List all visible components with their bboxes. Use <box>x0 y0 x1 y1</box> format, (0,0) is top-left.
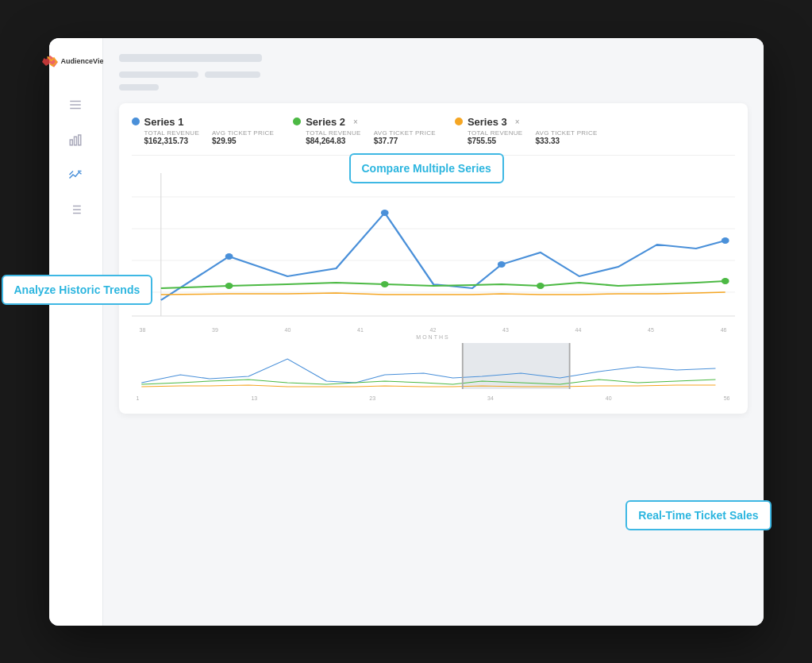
compare-callout-text: Compare Multiple Series <box>362 162 491 175</box>
mini-series-1-line <box>141 359 715 383</box>
series-3-close[interactable]: × <box>515 118 520 126</box>
main-content: Series 1 Total Revenue $162,315.73 Avg T… <box>103 38 764 626</box>
mini-x-34: 34 <box>487 395 494 401</box>
tab-row <box>119 71 748 78</box>
top-bar <box>119 54 748 91</box>
mini-chart-svg <box>132 343 735 391</box>
skeleton-tab1 <box>119 71 198 78</box>
logo-icon <box>42 54 58 70</box>
mini-series-3-line <box>141 385 715 387</box>
series-1-name: Series 1 <box>144 116 184 128</box>
series-3-header: Series 3 × <box>455 116 598 128</box>
mini-x-56: 56 <box>724 395 730 401</box>
trends-icon <box>68 168 83 182</box>
realtime-callout-text: Real-Time Ticket Sales <box>638 509 758 522</box>
skeleton-sub <box>119 84 159 91</box>
realtime-callout: Real-Time Ticket Sales <box>625 500 771 530</box>
sidebar-item-analytics[interactable] <box>67 132 83 148</box>
x-label-43: 43 <box>502 327 509 333</box>
series-2-name: Series 2 <box>306 116 345 128</box>
series-3-item: Series 3 × Total Revenue $755.55 Avg Tic… <box>455 116 598 145</box>
svg-point-24 <box>225 283 233 289</box>
x-label-39: 39 <box>212 327 218 333</box>
series-3-stats: Total Revenue $755.55 Avg Ticket Price $… <box>468 129 598 145</box>
series-2-revenue-label: Total Revenue <box>306 129 361 137</box>
skeleton-title <box>119 54 262 62</box>
series-3-revenue-group: Total Revenue $755.55 <box>468 129 523 145</box>
chart-card: Series 1 Total Revenue $162,315.73 Avg T… <box>119 103 748 414</box>
series-1-revenue-label: Total Revenue <box>144 129 200 137</box>
menu-icon <box>68 98 83 112</box>
svg-rect-3 <box>70 140 72 145</box>
x-axis-title: MONTHS <box>132 334 735 340</box>
x-label-46: 46 <box>721 327 727 333</box>
series-legend: Series 1 Total Revenue $162,315.73 Avg T… <box>132 116 735 156</box>
series-1-revenue-group: Total Revenue $162,315.73 <box>144 129 200 145</box>
x-axis-labels: 38 39 40 41 42 43 44 45 46 <box>132 327 735 333</box>
series-1-avg-value: $29.95 <box>212 137 274 145</box>
series-2-stats: Total Revenue $84,264.83 Avg Ticket Pric… <box>306 129 436 145</box>
skeleton-tab2 <box>205 71 260 78</box>
x-label-41: 41 <box>357 327 364 333</box>
historic-callout-text: Analyze Historic Trends <box>14 283 140 296</box>
app-window: AudienceView <box>49 38 764 626</box>
mini-x-labels: 1 13 23 34 40 56 <box>132 395 735 401</box>
mini-x-40: 40 <box>606 395 612 401</box>
bar-chart-icon <box>68 133 83 147</box>
mini-x-23: 23 <box>369 395 375 401</box>
series-3-revenue-label: Total Revenue <box>468 129 523 137</box>
svg-rect-4 <box>75 137 77 145</box>
series-2-avg-value: $37.77 <box>374 137 436 145</box>
series-2-avg-label: Avg Ticket Price <box>374 129 436 137</box>
series-2-close[interactable]: × <box>353 118 358 126</box>
series-2-revenue-group: Total Revenue $84,264.83 <box>306 129 361 145</box>
svg-point-27 <box>721 278 729 284</box>
series-2-header: Series 2 × <box>293 116 436 128</box>
series-3-avg-group: Avg Ticket Price $33.33 <box>535 129 597 145</box>
series-3-revenue-value: $755.55 <box>468 137 523 145</box>
svg-line-6 <box>70 171 74 175</box>
logo-text: AudienceView <box>61 58 110 66</box>
series-1-avg-group: Avg Ticket Price $29.95 <box>212 129 274 145</box>
series-1-avg-label: Avg Ticket Price <box>212 129 274 137</box>
x-label-38: 38 <box>140 327 146 333</box>
mini-x-1: 1 <box>137 395 140 401</box>
historic-callout: Analyze Historic Trends <box>2 275 153 305</box>
mini-x-13: 13 <box>251 395 257 401</box>
svg-point-22 <box>497 261 505 268</box>
main-chart-svg <box>132 165 735 324</box>
series-2-dot <box>293 118 301 125</box>
mini-chart: 1 13 23 34 40 56 <box>132 343 735 401</box>
svg-point-20 <box>225 253 233 260</box>
sidebar-item-list[interactable] <box>67 202 83 218</box>
svg-point-21 <box>380 210 388 216</box>
main-chart: 38 39 40 41 42 43 44 45 46 MONTHS <box>132 165 735 340</box>
series-3-avg-label: Avg Ticket Price <box>535 129 597 137</box>
list-icon <box>68 202 83 217</box>
svg-point-26 <box>536 283 544 289</box>
compare-callout: Compare Multiple Series <box>349 153 504 183</box>
series-2-item: Series 2 × Total Revenue $84,264.83 Avg … <box>293 116 436 145</box>
series-1-header: Series 1 <box>132 116 275 128</box>
sidebar-item-menu[interactable] <box>67 97 83 113</box>
x-label-45: 45 <box>648 327 654 333</box>
series-1-revenue-value: $162,315.73 <box>144 137 200 145</box>
series-2-revenue-value: $84,264.83 <box>306 137 361 145</box>
series-1-stats: Total Revenue $162,315.73 Avg Ticket Pri… <box>144 129 275 145</box>
series-1-line <box>160 213 725 300</box>
sidebar: AudienceView <box>49 38 103 626</box>
sidebar-item-trends[interactable] <box>67 167 83 183</box>
svg-rect-5 <box>79 135 81 145</box>
series-1-dot <box>132 118 140 125</box>
series-3-name: Series 3 <box>468 116 507 128</box>
series-2-avg-group: Avg Ticket Price $37.77 <box>374 129 436 145</box>
series-3-dot <box>455 118 463 125</box>
x-label-42: 42 <box>430 327 437 333</box>
series-3-avg-value: $33.33 <box>535 137 597 145</box>
series-1-item: Series 1 Total Revenue $162,315.73 Avg T… <box>132 116 275 145</box>
x-label-44: 44 <box>575 327 582 333</box>
mini-series-2-line <box>141 380 715 384</box>
x-label-40: 40 <box>285 327 291 333</box>
svg-point-23 <box>721 237 729 244</box>
svg-point-25 <box>380 281 388 287</box>
